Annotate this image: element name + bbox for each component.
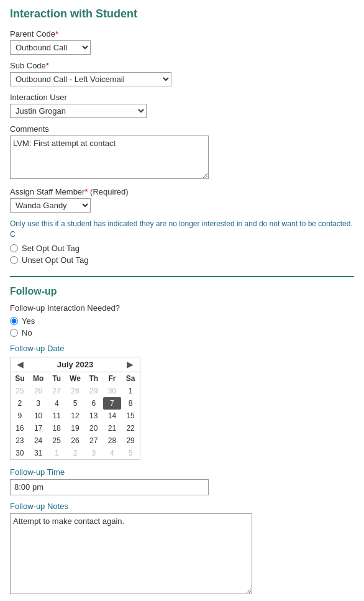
followup-notes-group: Follow-up Notes Attempt to make contact … (10, 502, 354, 596)
followup-yes-label: Yes (22, 316, 35, 326)
calendar-day-cell[interactable]: 14 (103, 410, 122, 422)
sub-code-select[interactable]: Outbound Call - Left Voicemail (10, 72, 171, 86)
calendar-day-cell: 27 (47, 385, 66, 397)
calendar-day-cell[interactable]: 31 (29, 447, 48, 459)
calendar-day-cell[interactable]: 21 (103, 422, 122, 434)
calendar-day-cell[interactable]: 11 (47, 410, 66, 422)
calendar-day-cell[interactable]: 8 (121, 397, 140, 410)
interaction-user-label: Interaction User (10, 93, 354, 102)
followup-no-label: No (22, 328, 32, 337)
day-header-sa: Sa (121, 372, 140, 385)
comments-label: Comments (10, 124, 354, 134)
followup-time-label: Follow-up Time (10, 467, 354, 477)
calendar-days-header: Su Mo Tu We Th Fr Sa (11, 372, 140, 385)
followup-yes-radio[interactable] (10, 317, 18, 325)
followup-notes-label: Follow-up Notes (10, 502, 354, 511)
unset-opt-out-group: Unset Opt Out Tag (10, 255, 354, 265)
calendar-day-cell[interactable]: 26 (66, 434, 84, 447)
calendar-day-cell[interactable]: 22 (121, 422, 140, 434)
calendar-day-cell[interactable]: 6 (84, 397, 103, 410)
calendar-day-cell: 28 (66, 385, 84, 397)
calendar-day-cell: 2 (66, 447, 84, 459)
calendar-week-row: 23242526272829 (11, 434, 140, 447)
followup-yes-group: Yes (10, 316, 354, 326)
unset-opt-out-radio[interactable] (10, 256, 18, 264)
calendar-day-cell[interactable]: 19 (66, 422, 84, 434)
calendar-day-cell[interactable]: 3 (29, 397, 48, 410)
followup-time-group: Follow-up Time (10, 467, 354, 495)
sub-code-group: Sub Code* Outbound Call - Left Voicemail (10, 61, 354, 86)
page-title: Interaction with Student (10, 7, 354, 21)
calendar-day-cell: 29 (84, 385, 103, 397)
calendar-day-cell[interactable]: 5 (66, 397, 84, 410)
calendar-day-cell[interactable]: 13 (84, 410, 103, 422)
calendar-day-cell[interactable]: 30 (11, 447, 29, 459)
calendar-day-cell[interactable]: 28 (103, 434, 122, 447)
calendar-day-cell: 4 (103, 447, 122, 459)
followup-needed-label: Follow-up Interaction Needed? (10, 303, 354, 313)
calendar-day-cell[interactable]: 15 (121, 410, 140, 422)
calendar-day-cell[interactable]: 1 (121, 385, 140, 397)
day-header-su: Su (11, 372, 29, 385)
calendar-day-cell: 30 (103, 385, 122, 397)
calendar-day-cell[interactable]: 29 (121, 434, 140, 447)
parent-code-group: Parent Code* Outbound Call (10, 29, 354, 55)
assign-staff-label: Assign Staff Member* (Required) (10, 187, 354, 196)
calendar-day-cell: 25 (11, 385, 29, 397)
followup-title: Follow-up (10, 286, 354, 297)
calendar-day-cell[interactable]: 9 (11, 410, 29, 422)
followup-time-input[interactable] (10, 479, 209, 495)
followup-notes-textarea[interactable]: Attempt to make contact again. (10, 513, 252, 594)
calendar-day-cell[interactable]: 25 (47, 434, 66, 447)
calendar-week-row: 16171819202122 (11, 422, 140, 434)
sub-code-label: Sub Code* (10, 61, 354, 70)
calendar-week-row: 2345678 (11, 397, 140, 410)
calendar-day-cell: 3 (84, 447, 103, 459)
calendar-day-cell[interactable]: 2 (11, 397, 29, 410)
interaction-user-select[interactable]: Justin Grogan (10, 104, 147, 118)
followup-no-group: No (10, 328, 354, 337)
calendar-day-cell[interactable]: 24 (29, 434, 48, 447)
calendar-prev-btn[interactable]: ◀ (14, 360, 26, 369)
section-divider (10, 276, 354, 277)
calendar-next-btn[interactable]: ▶ (124, 360, 136, 369)
day-header-th: Th (84, 372, 103, 385)
followup-no-radio[interactable] (10, 329, 18, 337)
set-opt-out-label: Set Opt Out Tag (22, 244, 80, 253)
interaction-user-group: Interaction User Justin Grogan (10, 93, 354, 118)
calendar-day-cell: 26 (29, 385, 48, 397)
day-header-we: We (66, 372, 84, 385)
calendar-day-cell[interactable]: 18 (47, 422, 66, 434)
parent-code-select[interactable]: Outbound Call (10, 40, 91, 55)
calendar-day-cell[interactable]: 16 (11, 422, 29, 434)
calendar-week-row: 9101112131415 (11, 410, 140, 422)
opt-out-note: Only use this if a student has indicated… (10, 219, 354, 240)
parent-code-label: Parent Code* (10, 29, 354, 39)
assign-staff-select[interactable]: Wanda Gandy (10, 198, 91, 213)
day-header-tu: Tu (47, 372, 66, 385)
calendar-grid: Su Mo Tu We Th Fr Sa 2526272829301234567… (11, 372, 140, 459)
calendar-week-row: 303112345 (11, 447, 140, 459)
calendar-day-cell[interactable]: 7 (103, 397, 122, 410)
calendar-day-cell[interactable]: 17 (29, 422, 48, 434)
unset-opt-out-label: Unset Opt Out Tag (22, 255, 88, 265)
calendar-day-cell[interactable]: 27 (84, 434, 103, 447)
calendar-body: 2526272829301234567891011121314151617181… (11, 385, 140, 459)
assign-staff-group: Assign Staff Member* (Required) Wanda Ga… (10, 187, 354, 213)
calendar-day-cell[interactable]: 10 (29, 410, 48, 422)
calendar-day-cell: 5 (121, 447, 140, 459)
comments-textarea[interactable]: LVM: First attempt at contact (10, 135, 209, 179)
calendar-day-cell[interactable]: 23 (11, 434, 29, 447)
set-opt-out-group: Set Opt Out Tag (10, 244, 354, 253)
day-header-mo: Mo (29, 372, 48, 385)
followup-date-label: Follow-up Date (10, 344, 354, 353)
set-opt-out-radio[interactable] (10, 244, 18, 252)
calendar: ◀ July 2023 ▶ Su Mo Tu We Th Fr Sa 25262… (10, 357, 140, 460)
calendar-day-cell[interactable]: 4 (47, 397, 66, 410)
calendar-month-label: July 2023 (57, 360, 94, 369)
day-header-fr: Fr (103, 372, 122, 385)
calendar-day-cell[interactable]: 20 (84, 422, 103, 434)
calendar-week-row: 2526272829301 (11, 385, 140, 397)
calendar-day-cell[interactable]: 12 (66, 410, 84, 422)
calendar-day-cell: 1 (47, 447, 66, 459)
